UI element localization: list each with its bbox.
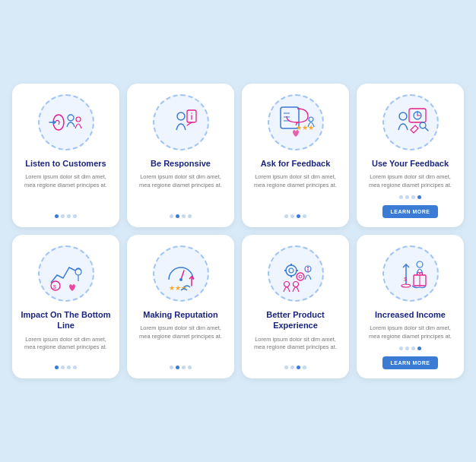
pagination-dot[interactable]	[303, 365, 306, 369]
svg-text:$: $	[404, 276, 408, 283]
card-better-product-experience: Better Product ExperienceLorem ipsum dol…	[242, 235, 349, 378]
pagination-dot[interactable]	[405, 346, 409, 350]
pagination-dot[interactable]	[61, 214, 65, 218]
pagination-dot[interactable]	[188, 365, 192, 369]
card-listen-to-customers: Listen to CustomersLorem ipsum dolor sit…	[12, 84, 119, 227]
use-feedback-icon	[382, 94, 439, 150]
pagination-dot[interactable]	[67, 365, 71, 369]
pagination-dot[interactable]	[73, 214, 77, 218]
pagination-dot[interactable]	[170, 214, 173, 218]
pagination-dot[interactable]	[67, 214, 71, 218]
card-making-reputation: ★★★ Making ReputationLorem ipsum dolor s…	[127, 235, 234, 378]
pagination-dots	[170, 214, 192, 218]
card-title: Listen to Customers	[25, 158, 106, 169]
svg-text:★★★: ★★★	[169, 284, 187, 292]
pagination-dot[interactable]	[182, 214, 186, 218]
card-title: Making Reputation	[143, 309, 217, 320]
svg-point-39	[293, 282, 298, 287]
pagination-dot[interactable]	[182, 365, 186, 369]
card-title: Better Product Experience	[249, 309, 341, 331]
pagination-dot[interactable]	[399, 346, 403, 350]
pagination-dot[interactable]	[303, 214, 306, 218]
pagination-dot[interactable]	[411, 346, 415, 350]
card-impact-bottom-line: $ Impact On The Bottom LineLorem ipsum d…	[12, 235, 119, 378]
card-body: Lorem ipsum dolor sit dim amet, mea regi…	[20, 336, 112, 360]
card-title: Ask for Feedback	[261, 158, 331, 169]
listen-icon	[38, 94, 94, 150]
svg-point-36	[307, 267, 309, 268]
pagination-dot[interactable]	[411, 195, 415, 199]
svg-rect-34	[296, 270, 298, 271]
card-body: Lorem ipsum dolor sit dim amet, mea regi…	[135, 173, 227, 208]
pagination-dot[interactable]	[188, 214, 192, 218]
svg-point-27	[286, 265, 297, 276]
card-title: Impact On The Bottom Line	[20, 309, 112, 331]
svg-point-45	[417, 261, 423, 267]
pagination-dot[interactable]	[284, 365, 288, 369]
feedback-icon: ★★★	[268, 94, 324, 150]
reputation-icon: ★★★	[153, 245, 209, 302]
card-body: Lorem ipsum dolor sit dim amet, mea regi…	[249, 336, 341, 360]
card-increased-income: $ Increased IncomeLorem ipsum dolor sit …	[357, 235, 464, 378]
responsive-icon	[153, 94, 209, 150]
svg-point-38	[284, 282, 289, 287]
svg-text:$: $	[53, 284, 56, 290]
pagination-dots	[55, 365, 77, 369]
card-title: Increased Income	[375, 309, 446, 320]
pagination-dots	[170, 365, 192, 369]
svg-rect-33	[284, 270, 287, 271]
svg-point-5	[177, 112, 185, 120]
pagination-dots	[399, 195, 421, 199]
learn-more-button[interactable]: LEARN MORE	[382, 356, 437, 369]
svg-text:★★★: ★★★	[296, 124, 314, 131]
svg-point-4	[76, 117, 81, 122]
svg-rect-32	[290, 275, 292, 277]
card-title: Use Your Feedback	[372, 158, 449, 169]
card-ask-for-feedback: ★★★ Ask for FeedbackLorem ipsum dolor si…	[242, 84, 349, 227]
card-body: Lorem ipsum dolor sit dim amet, mea regi…	[135, 324, 227, 359]
pagination-dot[interactable]	[61, 365, 65, 369]
svg-rect-31	[290, 264, 292, 266]
svg-point-24	[179, 278, 182, 281]
impact-icon: $	[38, 245, 94, 302]
cards-grid: Listen to CustomersLorem ipsum dolor sit…	[12, 84, 464, 379]
svg-point-29	[297, 273, 304, 280]
product-icon	[268, 245, 324, 302]
pagination-dot[interactable]	[297, 214, 300, 218]
pagination-dot[interactable]	[170, 365, 173, 369]
pagination-dots	[284, 365, 306, 369]
pagination-dot[interactable]	[405, 195, 409, 199]
pagination-dot[interactable]	[284, 214, 288, 218]
card-body: Lorem ipsum dolor sit dim amet, mea regi…	[364, 324, 456, 340]
card-body: Lorem ipsum dolor sit dim amet, mea regi…	[249, 173, 341, 208]
pagination-dot[interactable]	[297, 365, 300, 369]
svg-point-14	[309, 117, 313, 122]
pagination-dot[interactable]	[290, 214, 294, 218]
svg-point-15	[399, 112, 407, 120]
pagination-dot[interactable]	[176, 365, 179, 369]
pagination-dot[interactable]	[55, 214, 59, 218]
income-icon: $	[382, 245, 439, 302]
pagination-dot[interactable]	[417, 195, 421, 199]
svg-point-30	[299, 275, 302, 278]
pagination-dot[interactable]	[290, 365, 294, 369]
svg-point-3	[68, 115, 74, 121]
learn-more-button[interactable]: LEARN MORE	[382, 205, 437, 218]
svg-line-19	[425, 128, 428, 131]
pagination-dot[interactable]	[55, 365, 59, 369]
card-be-responsive: Be ResponsiveLorem ipsum dolor sit dim a…	[127, 84, 234, 227]
pagination-dot[interactable]	[399, 195, 403, 199]
svg-point-28	[289, 268, 294, 273]
card-body: Lorem ipsum dolor sit dim amet, mea regi…	[20, 173, 112, 208]
pagination-dot[interactable]	[176, 214, 179, 218]
card-title: Be Responsive	[151, 158, 211, 169]
card-body: Lorem ipsum dolor sit dim amet, mea regi…	[364, 173, 456, 189]
pagination-dots	[55, 214, 77, 218]
pagination-dot[interactable]	[417, 346, 421, 350]
card-use-your-feedback: Use Your FeedbackLorem ipsum dolor sit d…	[357, 84, 464, 227]
pagination-dot[interactable]	[73, 365, 77, 369]
pagination-dots	[399, 346, 421, 350]
pagination-dots	[284, 214, 306, 218]
